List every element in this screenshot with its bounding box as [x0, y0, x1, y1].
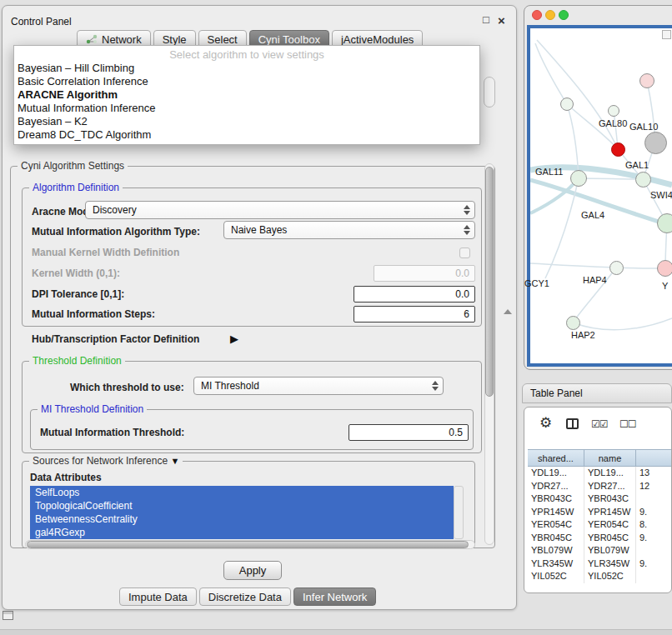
network-node[interactable] — [609, 261, 624, 275]
cell-name: YBL079W — [584, 544, 636, 558]
list-item[interactable]: TopologicalCoefficient — [30, 499, 454, 512]
cell-name: YBR043C — [584, 492, 636, 506]
tab-impute-data[interactable]: Impute Data — [119, 588, 197, 606]
mi-type-combo[interactable]: Naive Bayes — [223, 221, 475, 239]
table-body: YDL19... YDL19... 13 YDR27... YDR27... 1… — [528, 467, 672, 583]
settings-horizontal-scrollbar-thumb[interactable] — [27, 541, 469, 548]
tab-discretize-data[interactable]: Discretize Data — [199, 588, 291, 606]
mi-threshold-field[interactable]: 0.5 — [349, 424, 469, 441]
dpi-tolerance-field[interactable]: 0.0 — [354, 286, 475, 302]
cell-shared: YER054C — [528, 518, 584, 532]
close-window-icon[interactable]: × — [498, 13, 505, 28]
which-threshold-label: Which threshold to use: — [70, 382, 184, 393]
network-node[interactable] — [657, 213, 672, 233]
network-node[interactable] — [635, 172, 651, 188]
list-item[interactable]: BetweennessCentrality — [30, 512, 454, 526]
cell-shared: YBR045C — [528, 532, 584, 545]
network-node[interactable] — [657, 260, 672, 277]
cyni-settings-title: Cyni Algorithm Settings — [18, 160, 128, 172]
cell-value — [636, 544, 672, 558]
network-node[interactable] — [644, 132, 667, 154]
network-node-highlighted[interactable] — [611, 142, 625, 157]
cell-name: YPR145W — [584, 506, 636, 519]
mi-steps-field[interactable]: 6 — [354, 306, 475, 322]
minimize-traffic-light-icon[interactable] — [545, 10, 555, 20]
algorithm-option[interactable]: Bayesian – K2 — [14, 115, 479, 128]
tab-infer-network[interactable]: Infer Network — [293, 588, 376, 606]
collapsed-panel-icon[interactable] — [3, 611, 13, 620]
table-row[interactable]: YDL19... YDL19... 13 — [528, 467, 672, 480]
node-label: GAL4 — [581, 210, 604, 220]
aracne-mode-combo[interactable]: Discovery — [85, 201, 475, 219]
cell-shared: YPR145W — [528, 506, 584, 519]
sources-group-title: Sources for Network Inference ▼ — [29, 455, 183, 467]
node-label: GAL11 — [535, 167, 563, 177]
kernel-width-label: Kernel Width (0,1): — [32, 268, 120, 279]
node-label: SWI4 — [650, 190, 672, 200]
combo-arrows-icon — [461, 225, 474, 235]
network-node[interactable] — [566, 316, 580, 330]
table-row[interactable]: YPR145W YPR145W 9. — [528, 506, 672, 519]
apply-button[interactable]: Apply — [223, 561, 282, 580]
column-header-extra[interactable] — [636, 450, 672, 466]
table-panel-titlebar: Table Panel — [522, 383, 672, 403]
sources-label: Sources for Network Inference — [33, 455, 168, 467]
cell-value — [636, 570, 672, 583]
list-item[interactable]: gal4RGexp — [30, 526, 454, 539]
table-row[interactable]: YDR27... YDR27... 12 — [528, 480, 672, 493]
algorithm-placeholder: Select algorithm to view settings — [14, 48, 479, 62]
mi-type-label: Mutual Information Algorithm Type: — [32, 226, 200, 238]
algorithm-option[interactable]: Mutual Information Inference — [14, 102, 479, 115]
network-icon — [86, 34, 98, 44]
algorithm-option[interactable]: Bayesian – Hill Climbing — [14, 62, 479, 75]
float-window-icon[interactable]: □ — [483, 13, 489, 26]
hub-expand-arrow-icon[interactable]: ▶ — [230, 332, 238, 345]
table-row[interactable]: YLR345W YLR345W 9. — [528, 558, 672, 571]
list-item[interactable]: SelfLoops — [30, 486, 454, 499]
tab-cyni-toolbox-label: Cyni Toolbox — [258, 33, 320, 46]
close-traffic-light-icon[interactable] — [532, 10, 542, 20]
select-all-checkboxes-icon[interactable]: ☑☑ — [591, 418, 608, 430]
control-panel-title: Control Panel — [11, 16, 72, 28]
columns-icon[interactable] — [566, 418, 579, 429]
manual-kernel-checkbox[interactable] — [459, 248, 470, 258]
threshold-definition-title: Threshold Definition — [29, 355, 125, 367]
cell-shared: YBL079W — [528, 544, 584, 558]
cell-shared: YIL052C — [528, 570, 584, 583]
algorithm-option-selected[interactable]: ARACNE Algorithm — [14, 88, 479, 102]
which-threshold-combo[interactable]: MI Threshold — [193, 377, 444, 395]
combo-arrows-icon — [461, 205, 474, 215]
sources-collapse-arrow-icon[interactable]: ▼ — [170, 456, 179, 466]
bottom-tabs: Impute Data Discretize Data Infer Networ… — [119, 588, 376, 606]
table-header: shared... name — [528, 449, 672, 467]
zoom-traffic-light-icon[interactable] — [559, 10, 569, 20]
table-row[interactable]: YER054C YER054C 8. — [528, 518, 672, 532]
column-header-name[interactable]: name — [584, 450, 636, 466]
mi-threshold-label: Mutual Information Threshold: — [40, 427, 184, 438]
column-header-shared-name[interactable]: shared... — [528, 450, 584, 466]
cell-value: 8. — [636, 518, 672, 532]
mi-steps-label: Mutual Information Steps: — [32, 308, 155, 320]
hub-section-label: Hub/Transcription Factor Definition — [32, 333, 199, 345]
cell-name: YDR27... — [584, 480, 636, 493]
panel-collapse-arrow-icon[interactable] — [504, 309, 512, 314]
table-row[interactable]: YBR045C YBR045C 9. — [528, 532, 672, 545]
list-scrollbar[interactable] — [454, 486, 464, 539]
gear-icon[interactable]: ⚙ — [539, 414, 552, 432]
network-node[interactable] — [560, 98, 574, 111]
settings-vertical-scrollbar-thumb[interactable] — [485, 167, 494, 397]
table-row[interactable]: YIL052C YIL052C — [528, 570, 672, 583]
tab-impute-data-label: Impute Data — [128, 591, 188, 603]
cell-shared: YDR27... — [528, 480, 584, 493]
network-node[interactable] — [639, 73, 654, 88]
tab-style-label: Style — [163, 33, 187, 46]
algorithm-option[interactable]: Basic Correlation Inference — [14, 75, 479, 88]
network-node[interactable] — [570, 170, 587, 187]
algorithm-option[interactable]: Dream8 DC_TDC Algorithm — [14, 128, 479, 142]
table-row[interactable]: YBL079W YBL079W — [528, 544, 672, 558]
table-row[interactable]: YBR043C YBR043C — [528, 492, 672, 506]
clear-all-checkboxes-icon[interactable]: ☐☐ — [619, 418, 636, 430]
kernel-width-field[interactable]: 0.0 — [374, 265, 475, 282]
network-node[interactable] — [608, 105, 619, 117]
cell-name: YER054C — [584, 518, 636, 532]
